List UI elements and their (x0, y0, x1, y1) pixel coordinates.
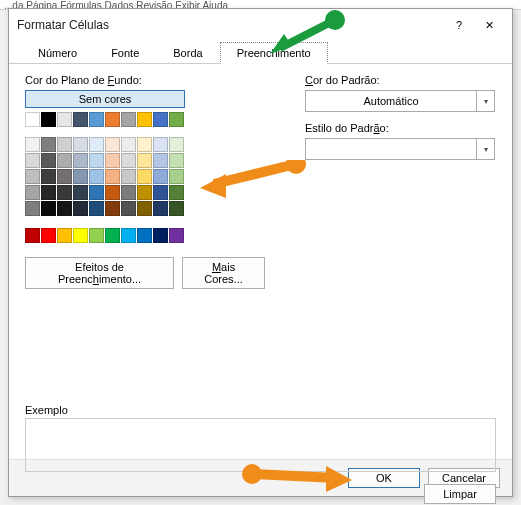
color-swatch[interactable] (41, 185, 56, 200)
color-swatch[interactable] (137, 112, 152, 127)
close-button[interactable]: ✕ (474, 15, 504, 35)
color-swatch[interactable] (105, 185, 120, 200)
color-swatch[interactable] (105, 228, 120, 243)
color-swatch[interactable] (41, 153, 56, 168)
format-cells-dialog: Formatar Células ? ✕ Número Fonte Borda … (8, 8, 513, 497)
tab-borda[interactable]: Borda (156, 42, 219, 64)
color-swatch[interactable] (25, 153, 40, 168)
color-swatch[interactable] (137, 185, 152, 200)
color-swatch[interactable] (73, 169, 88, 184)
color-swatch[interactable] (25, 169, 40, 184)
more-colors-button[interactable]: Mais Cores... (182, 257, 265, 289)
color-swatch[interactable] (169, 137, 184, 152)
color-swatch[interactable] (89, 169, 104, 184)
color-swatch[interactable] (89, 201, 104, 216)
color-swatch[interactable] (105, 112, 120, 127)
color-swatch[interactable] (25, 201, 40, 216)
dialog-title: Formatar Células (17, 18, 444, 32)
example-preview (25, 418, 496, 472)
bg-color-label: Cor do Plano de Fundo: (25, 74, 265, 86)
color-swatch[interactable] (41, 201, 56, 216)
color-swatch[interactable] (153, 228, 168, 243)
color-swatch[interactable] (105, 137, 120, 152)
color-swatch[interactable] (89, 228, 104, 243)
theme-color-row (25, 112, 265, 127)
color-swatch[interactable] (153, 185, 168, 200)
color-swatch[interactable] (121, 153, 136, 168)
color-swatch[interactable] (169, 169, 184, 184)
color-swatch[interactable] (41, 137, 56, 152)
color-swatch[interactable] (73, 137, 88, 152)
color-swatch[interactable] (105, 153, 120, 168)
color-swatch[interactable] (153, 201, 168, 216)
color-swatch[interactable] (57, 153, 72, 168)
color-swatch[interactable] (169, 228, 184, 243)
tab-fonte[interactable]: Fonte (94, 42, 156, 64)
color-swatch[interactable] (105, 201, 120, 216)
color-swatch[interactable] (169, 201, 184, 216)
pattern-color-combo[interactable]: Automático ▾ (305, 90, 495, 112)
color-swatch[interactable] (153, 112, 168, 127)
color-swatch[interactable] (121, 185, 136, 200)
example-label: Exemplo (25, 404, 496, 416)
color-swatch[interactable] (121, 137, 136, 152)
color-swatch[interactable] (121, 169, 136, 184)
tab-preenchimento[interactable]: Preenchimento (220, 42, 328, 64)
color-swatch[interactable] (153, 137, 168, 152)
color-swatch[interactable] (137, 137, 152, 152)
color-swatch[interactable] (73, 185, 88, 200)
fill-effects-button[interactable]: Efeitos de Preenchimento... (25, 257, 174, 289)
color-swatch[interactable] (169, 153, 184, 168)
chevron-down-icon: ▾ (476, 139, 494, 159)
pattern-style-combo[interactable]: ▾ (305, 138, 495, 160)
color-swatch[interactable] (73, 228, 88, 243)
color-swatch[interactable] (57, 112, 72, 127)
color-swatch[interactable] (57, 169, 72, 184)
tint-grid (25, 137, 265, 216)
pattern-style-label: Estilo do Padrão: (305, 122, 496, 134)
color-swatch[interactable] (25, 228, 40, 243)
color-swatch[interactable] (89, 153, 104, 168)
color-swatch[interactable] (121, 112, 136, 127)
no-color-button[interactable]: Sem cores (25, 90, 185, 108)
chevron-down-icon: ▾ (476, 91, 494, 111)
color-swatch[interactable] (121, 201, 136, 216)
color-swatch[interactable] (121, 228, 136, 243)
color-swatch[interactable] (73, 153, 88, 168)
color-swatch[interactable] (41, 169, 56, 184)
tab-strip: Número Fonte Borda Preenchimento (9, 41, 512, 64)
color-swatch[interactable] (153, 169, 168, 184)
pattern-color-label: Cor do Padrão: (305, 74, 496, 86)
color-swatch[interactable] (73, 201, 88, 216)
clear-button[interactable]: Limpar (424, 484, 496, 504)
color-swatch[interactable] (137, 201, 152, 216)
color-swatch[interactable] (41, 228, 56, 243)
standard-color-row (25, 228, 265, 243)
color-swatch[interactable] (25, 112, 40, 127)
tab-numero[interactable]: Número (21, 42, 94, 64)
color-swatch[interactable] (25, 137, 40, 152)
color-swatch[interactable] (57, 228, 72, 243)
help-button[interactable]: ? (444, 15, 474, 35)
color-swatch[interactable] (57, 201, 72, 216)
color-swatch[interactable] (89, 137, 104, 152)
color-swatch[interactable] (169, 185, 184, 200)
color-swatch[interactable] (73, 112, 88, 127)
color-swatch[interactable] (153, 153, 168, 168)
color-swatch[interactable] (137, 153, 152, 168)
color-swatch[interactable] (137, 169, 152, 184)
color-swatch[interactable] (137, 228, 152, 243)
color-swatch[interactable] (25, 185, 40, 200)
titlebar: Formatar Células ? ✕ (9, 9, 512, 41)
color-swatch[interactable] (89, 185, 104, 200)
pattern-color-value: Automático (306, 95, 476, 107)
color-swatch[interactable] (57, 185, 72, 200)
color-swatch[interactable] (41, 112, 56, 127)
color-swatch[interactable] (57, 137, 72, 152)
color-swatch[interactable] (89, 112, 104, 127)
color-swatch[interactable] (169, 112, 184, 127)
color-swatch[interactable] (105, 169, 120, 184)
